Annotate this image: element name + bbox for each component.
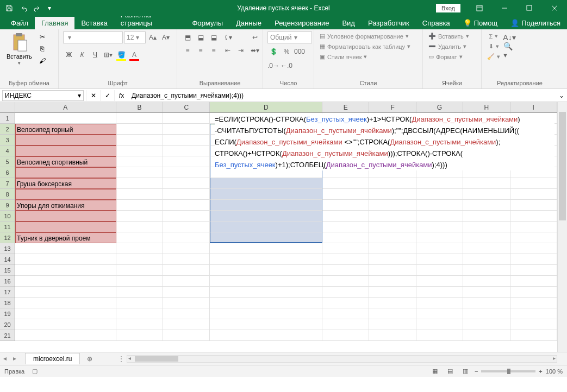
cell-D8[interactable] <box>210 189 322 200</box>
row-header-2[interactable]: 2 <box>0 124 15 135</box>
scroll-thumb[interactable] <box>135 356 178 362</box>
cell-C9[interactable] <box>163 200 210 211</box>
row-header-11[interactable]: 11 <box>0 222 15 232</box>
cell-H6[interactable] <box>463 167 510 178</box>
cell-C19[interactable] <box>163 308 210 319</box>
cell-F2[interactable] <box>369 124 416 135</box>
cell-I1[interactable] <box>510 113 557 124</box>
cell-F10[interactable] <box>369 211 416 222</box>
cell-C13[interactable] <box>163 243 210 254</box>
cell-I2[interactable] <box>510 124 557 135</box>
cell-A20[interactable] <box>15 319 116 330</box>
cell-A11[interactable] <box>15 222 116 232</box>
cell-B19[interactable] <box>116 308 163 319</box>
vertical-scrollbar[interactable] <box>557 102 567 352</box>
cell-D2[interactable] <box>210 124 322 135</box>
italic-button[interactable]: К <box>76 49 88 61</box>
cell-F14[interactable] <box>369 254 416 265</box>
cell-H14[interactable] <box>463 254 510 265</box>
cell-C8[interactable] <box>163 189 210 200</box>
name-box[interactable]: ИНДЕКС▾ <box>2 90 84 101</box>
percent-icon[interactable]: % <box>281 46 292 58</box>
col-header-H[interactable]: H <box>463 102 510 112</box>
cell-styles-button[interactable]: ▣Стили ячеек▾ <box>319 52 412 61</box>
cell-A1[interactable] <box>15 113 116 124</box>
cell-I20[interactable] <box>510 319 557 330</box>
cell-D5[interactable] <box>210 156 322 167</box>
cell-B11[interactable] <box>116 222 163 232</box>
cell-E15[interactable] <box>322 265 369 276</box>
cell-E9[interactable] <box>322 200 369 211</box>
row-header-3[interactable]: 3 <box>0 135 15 146</box>
cell-E8[interactable] <box>322 189 369 200</box>
cell-A18[interactable] <box>15 298 116 308</box>
cell-D7[interactable] <box>210 178 322 189</box>
cell-H16[interactable] <box>463 276 510 287</box>
fx-icon[interactable]: fx <box>114 90 128 101</box>
cell-E12[interactable] <box>322 232 369 243</box>
cell-D16[interactable] <box>210 276 322 287</box>
tab-developer[interactable]: Разработчик <box>362 17 416 29</box>
cell-D15[interactable] <box>210 265 322 276</box>
font-name-combo[interactable]: ▾ <box>63 31 123 43</box>
cell-G16[interactable] <box>416 276 463 287</box>
cell-D9[interactable] <box>210 200 322 211</box>
format-painter-icon[interactable]: 🖌 <box>36 55 48 66</box>
cell-B15[interactable] <box>116 265 163 276</box>
cell-I6[interactable] <box>510 167 557 178</box>
cell-I5[interactable] <box>510 156 557 167</box>
cell-F1[interactable] <box>369 113 416 124</box>
cell-F15[interactable] <box>369 265 416 276</box>
cell-B1[interactable] <box>116 113 163 124</box>
cell-C4[interactable] <box>163 146 210 156</box>
enter-formula-icon[interactable]: ✓ <box>100 90 114 101</box>
cell-E18[interactable] <box>322 298 369 308</box>
col-header-C[interactable]: C <box>163 102 210 112</box>
row-header-4[interactable]: 4 <box>0 146 15 156</box>
cell-C18[interactable] <box>163 298 210 308</box>
cell-I17[interactable] <box>510 287 557 298</box>
find-select-icon[interactable]: 🔍▾ <box>503 45 515 56</box>
scroll-thumb[interactable] <box>559 112 566 220</box>
cell-B9[interactable] <box>116 200 163 211</box>
cell-H7[interactable] <box>463 178 510 189</box>
cell-H1[interactable] <box>463 113 510 124</box>
cell-D13[interactable] <box>210 243 322 254</box>
conditional-formatting-button[interactable]: ▤Условное форматирование▾ <box>319 31 412 41</box>
cell-E17[interactable] <box>322 287 369 298</box>
qat-customize-icon[interactable]: ▾ <box>46 2 53 14</box>
align-center-icon[interactable]: ≡ <box>195 45 207 56</box>
cell-F17[interactable] <box>369 287 416 298</box>
row-header-16[interactable]: 16 <box>0 276 15 287</box>
cell-G2[interactable] <box>416 124 463 135</box>
sheet-tab-active[interactable]: microexcel.ru <box>25 353 80 364</box>
tab-review[interactable]: Рецензирование <box>268 17 335 29</box>
cell-G20[interactable] <box>416 319 463 330</box>
ribbon-options-icon[interactable] <box>467 0 492 16</box>
cell-G12[interactable] <box>416 232 463 243</box>
currency-icon[interactable]: 💲 <box>267 46 279 58</box>
cell-A9[interactable]: Упоры для отжимания <box>15 200 116 211</box>
zoom-out-icon[interactable]: − <box>475 368 478 375</box>
cell-H18[interactable] <box>463 298 510 308</box>
cell-D12[interactable] <box>210 232 322 243</box>
clear-button[interactable]: 🧹▾ <box>486 52 501 61</box>
wrap-text-icon[interactable]: ↩ <box>249 31 261 43</box>
cell-B2[interactable] <box>116 124 163 135</box>
cell-I3[interactable] <box>510 135 557 146</box>
cell-D11[interactable] <box>210 222 322 232</box>
cell-D4[interactable] <box>210 146 322 156</box>
cancel-formula-icon[interactable]: ✕ <box>86 90 100 101</box>
cell-B7[interactable] <box>116 178 163 189</box>
cell-F13[interactable] <box>369 243 416 254</box>
font-size-combo[interactable]: 12▾ <box>124 31 146 43</box>
row-header-5[interactable]: 5 <box>0 156 15 167</box>
page-layout-view-icon[interactable]: ▤ <box>444 366 456 376</box>
cell-I13[interactable] <box>510 243 557 254</box>
row-header-8[interactable]: 8 <box>0 189 15 200</box>
zoom-value[interactable]: 100 % <box>546 368 563 375</box>
macro-record-icon[interactable]: ▢ <box>32 368 38 375</box>
row-header-14[interactable]: 14 <box>0 254 15 265</box>
cell-E14[interactable] <box>322 254 369 265</box>
cell-G18[interactable] <box>416 298 463 308</box>
